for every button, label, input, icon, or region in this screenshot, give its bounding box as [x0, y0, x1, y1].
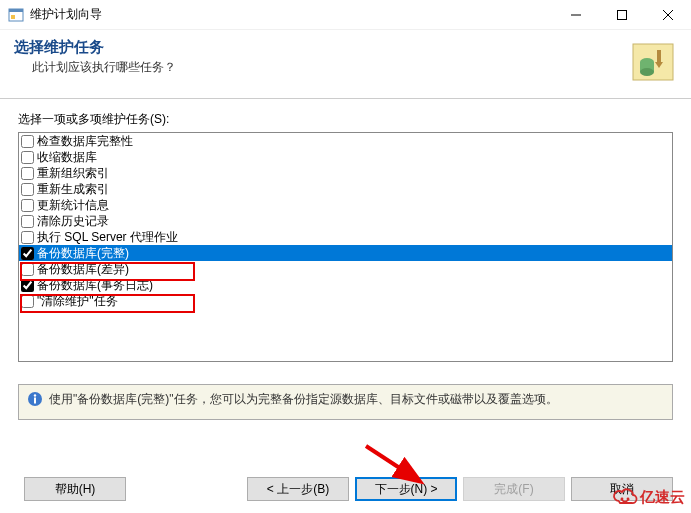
task-label-7: 备份数据库(完整): [37, 245, 129, 261]
page-title: 选择维护任务: [14, 38, 627, 57]
svg-rect-4: [618, 10, 627, 19]
task-label-1: 收缩数据库: [37, 149, 97, 165]
task-checkbox-8[interactable]: [21, 263, 34, 276]
task-list-label: 选择一项或多项维护任务(S):: [18, 111, 673, 128]
watermark-text: 亿速云: [640, 488, 685, 507]
svg-line-17: [366, 446, 418, 480]
watermark: 亿速云: [612, 487, 685, 507]
task-item-5[interactable]: 清除历史记录: [19, 213, 672, 229]
task-checkbox-3[interactable]: [21, 183, 34, 196]
task-checkbox-0[interactable]: [21, 135, 34, 148]
svg-rect-1: [9, 9, 23, 12]
task-checkbox-5[interactable]: [21, 215, 34, 228]
task-label-4: 更新统计信息: [37, 197, 109, 213]
page-subtitle: 此计划应该执行哪些任务？: [32, 59, 627, 76]
task-label-6: 执行 SQL Server 代理作业: [37, 229, 178, 245]
task-item-8[interactable]: 备份数据库(差异): [19, 261, 672, 277]
task-label-5: 清除历史记录: [37, 213, 109, 229]
task-listbox[interactable]: 检查数据库完整性收缩数据库重新组织索引重新生成索引更新统计信息清除历史记录执行 …: [18, 132, 673, 362]
svg-point-14: [34, 394, 36, 396]
task-item-3[interactable]: 重新生成索引: [19, 181, 672, 197]
back-button[interactable]: < 上一步(B): [247, 477, 349, 501]
info-text: 使用"备份数据库(完整)"任务，您可以为完整备份指定源数据库、目标文件或磁带以及…: [49, 391, 558, 408]
task-checkbox-9[interactable]: [21, 279, 34, 292]
svg-point-10: [640, 68, 654, 76]
task-checkbox-4[interactable]: [21, 199, 34, 212]
task-item-1[interactable]: 收缩数据库: [19, 149, 672, 165]
task-checkbox-1[interactable]: [21, 151, 34, 164]
minimize-button[interactable]: [553, 0, 599, 29]
titlebar: 维护计划向导: [0, 0, 691, 30]
window-controls: [553, 0, 691, 29]
task-label-0: 检查数据库完整性: [37, 133, 133, 149]
info-panel: 使用"备份数据库(完整)"任务，您可以为完整备份指定源数据库、目标文件或磁带以及…: [18, 384, 673, 420]
task-label-9: 备份数据库(事务日志): [37, 277, 153, 293]
wizard-header: 选择维护任务 此计划应该执行哪些任务？: [0, 30, 691, 99]
info-icon: [27, 391, 43, 407]
svg-rect-2: [11, 15, 15, 19]
task-label-2: 重新组织索引: [37, 165, 109, 181]
task-checkbox-6[interactable]: [21, 231, 34, 244]
task-checkbox-2[interactable]: [21, 167, 34, 180]
task-label-8: 备份数据库(差异): [37, 261, 129, 277]
task-item-6[interactable]: 执行 SQL Server 代理作业: [19, 229, 672, 245]
maximize-button[interactable]: [599, 0, 645, 29]
task-item-2[interactable]: 重新组织索引: [19, 165, 672, 181]
help-button[interactable]: 帮助(H): [24, 477, 126, 501]
task-item-9[interactable]: 备份数据库(事务日志): [19, 277, 672, 293]
svg-rect-11: [657, 50, 661, 62]
svg-rect-15: [34, 398, 36, 404]
task-label-3: 重新生成索引: [37, 181, 109, 197]
wizard-button-row: 帮助(H) < 上一步(B) 下一步(N) > 完成(F) 取消: [18, 477, 673, 501]
wizard-content: 选择一项或多项维护任务(S): 检查数据库完整性收缩数据库重新组织索引重新生成索…: [0, 99, 691, 370]
close-button[interactable]: [645, 0, 691, 29]
app-icon: [8, 7, 24, 23]
finish-button[interactable]: 完成(F): [463, 477, 565, 501]
next-button[interactable]: 下一步(N) >: [355, 477, 457, 501]
task-checkbox-10[interactable]: [21, 295, 34, 308]
task-item-10[interactable]: "清除维护"任务: [19, 293, 672, 309]
task-label-10: "清除维护"任务: [37, 293, 118, 309]
window-title: 维护计划向导: [30, 6, 102, 23]
task-item-4[interactable]: 更新统计信息: [19, 197, 672, 213]
task-checkbox-7[interactable]: [21, 247, 34, 260]
task-item-0[interactable]: 检查数据库完整性: [19, 133, 672, 149]
header-graphic-icon: [627, 38, 677, 88]
task-item-7[interactable]: 备份数据库(完整): [19, 245, 672, 261]
